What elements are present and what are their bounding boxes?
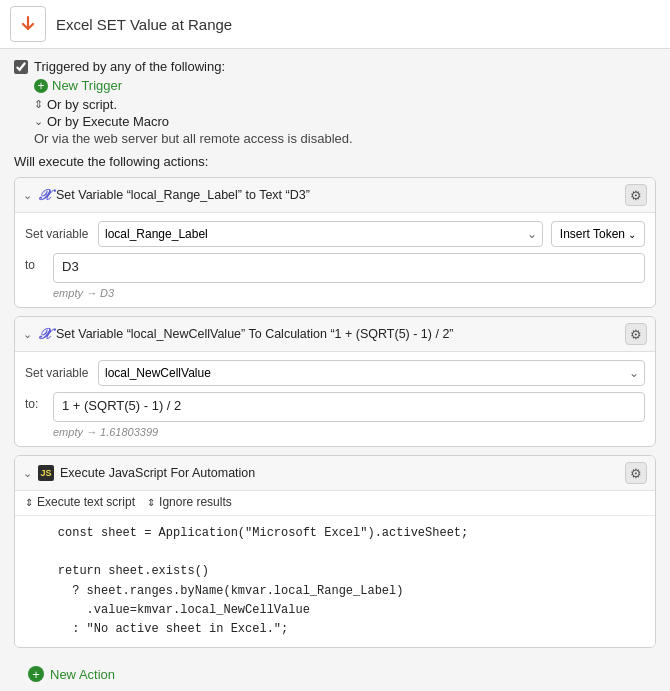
set-variable-row-2: Set variable local_NewCellValue (25, 360, 645, 386)
collapse-chevron-3[interactable]: ⌄ (23, 467, 32, 480)
will-execute-label: Will execute the following actions: (14, 154, 656, 169)
trigger-header: Triggered by any of the following: (14, 59, 656, 74)
set-variable-row-1: Set variable local_Range_Label Insert To… (25, 221, 645, 247)
collapse-chevron-2[interactable]: ⌄ (23, 328, 32, 341)
insert-token-chevron: ⌄ (628, 229, 636, 240)
action-card-1-header: ⌄ 𝒳 Set Variable “local_Range_Label” to … (15, 178, 655, 213)
gear-button-2[interactable]: ⚙ (625, 323, 647, 345)
header: Excel SET Value at Range (0, 0, 670, 49)
header-title: Excel SET Value at Range (56, 16, 232, 33)
triggered-checkbox[interactable] (14, 60, 28, 74)
gear-button-1[interactable]: ⚙ (625, 184, 647, 206)
chevron-icon-2: ⌄ (34, 115, 43, 128)
to-row-1: to D3 (25, 253, 645, 283)
to-input-1[interactable]: D3 (53, 253, 645, 283)
code-line-3: ? sheet.ranges.byName(kmvar.local_Range_… (29, 582, 641, 601)
trigger-section: Triggered by any of the following: + New… (14, 59, 656, 146)
js-icon: JS (38, 465, 54, 481)
ignore-results-label: Ignore results (159, 495, 232, 509)
collapse-chevron-1[interactable]: ⌄ (23, 189, 32, 202)
insert-token-label-1: Insert Token (560, 227, 625, 241)
gear-button-3[interactable]: ⚙ (625, 462, 647, 484)
code-line-5: : "No active sheet in Excel."; (29, 620, 641, 639)
action-card-3-header: ⌄ JS Execute JavaScript For Automation ⚙ (15, 456, 655, 491)
new-action-row[interactable]: + New Action (14, 656, 656, 691)
action-card-2-body: Set variable local_NewCellValue to: 1 + … (15, 352, 655, 446)
trigger-item-macro: ⌄ Or by Execute Macro (34, 114, 656, 129)
chevron-icon: ⇕ (34, 98, 43, 111)
action-title-1: Set Variable “local_Range_Label” to Text… (56, 188, 619, 202)
action-title-2: Set Variable “local_NewCellValue” To Cal… (56, 327, 619, 341)
execute-text-script-btn[interactable]: ⇕ Execute text script (25, 495, 135, 509)
new-trigger-plus-icon: + (34, 79, 48, 93)
code-block: const sheet = Application("Microsoft Exc… (15, 516, 655, 647)
code-line-4: .value=kmvar.local_NewCellValue (29, 601, 641, 620)
new-action-label: New Action (50, 667, 115, 682)
action-card-2: ⌄ 𝒳 Set Variable “local_NewCellValue” To… (14, 316, 656, 447)
execute-text-script-label: Execute text script (37, 495, 135, 509)
to-label-1: to (25, 253, 45, 272)
hint-text-1: empty → D3 (53, 287, 645, 299)
action-card-3: ⌄ JS Execute JavaScript For Automation ⚙… (14, 455, 656, 648)
main-container: Excel SET Value at Range Triggered by an… (0, 0, 670, 691)
trigger-item-script: ⇕ Or by script. (34, 97, 656, 112)
new-action-plus-icon: + (28, 666, 44, 682)
hint-text-2: empty → 1.61803399 (53, 426, 645, 438)
code-line-2: return sheet.exists() (29, 562, 641, 581)
variable-icon-1: 𝒳 (38, 187, 50, 204)
action-title-3: Execute JavaScript For Automation (60, 466, 619, 480)
set-variable-label-2: Set variable (25, 366, 90, 380)
code-line-1: const sheet = Application("Microsoft Exc… (29, 524, 641, 543)
trigger-label: Triggered by any of the following: (34, 59, 225, 74)
to-input-2[interactable]: 1 + (SQRT(5) - 1) / 2 (53, 392, 645, 422)
action-card-1: ⌄ 𝒳 Set Variable “local_Range_Label” to … (14, 177, 656, 308)
to-row-2: to: 1 + (SQRT(5) - 1) / 2 (25, 392, 645, 422)
trigger-script-label: Or by script. (47, 97, 117, 112)
action-card-2-header: ⌄ 𝒳 Set Variable “local_NewCellValue” To… (15, 317, 655, 352)
to-label-2: to: (25, 392, 45, 411)
script-chevron-1: ⇕ (25, 497, 33, 508)
ignore-results-btn[interactable]: ⇕ Ignore results (147, 495, 232, 509)
trigger-macro-label: Or by Execute Macro (47, 114, 169, 129)
variable-select-wrapper-2: local_NewCellValue (98, 360, 645, 386)
set-variable-label-1: Set variable (25, 227, 90, 241)
new-trigger-btn[interactable]: + New Trigger (34, 78, 656, 93)
new-trigger-label: New Trigger (52, 78, 122, 93)
remote-access-text: Or via the web server but all remote acc… (34, 131, 656, 146)
down-arrow-icon (18, 14, 38, 34)
insert-token-btn-1[interactable]: Insert Token ⌄ (551, 221, 645, 247)
variable-select-wrapper-1: local_Range_Label (98, 221, 543, 247)
variable-icon-2: 𝒳 (38, 326, 50, 343)
body: Triggered by any of the following: + New… (0, 49, 670, 691)
script-options: ⇕ Execute text script ⇕ Ignore results (15, 491, 655, 516)
code-line-blank (29, 543, 641, 562)
variable-select-2[interactable]: local_NewCellValue (98, 360, 645, 386)
variable-select-1[interactable]: local_Range_Label (98, 221, 543, 247)
script-chevron-2: ⇕ (147, 497, 155, 508)
header-icon-box (10, 6, 46, 42)
action-card-1-body: Set variable local_Range_Label Insert To… (15, 213, 655, 307)
